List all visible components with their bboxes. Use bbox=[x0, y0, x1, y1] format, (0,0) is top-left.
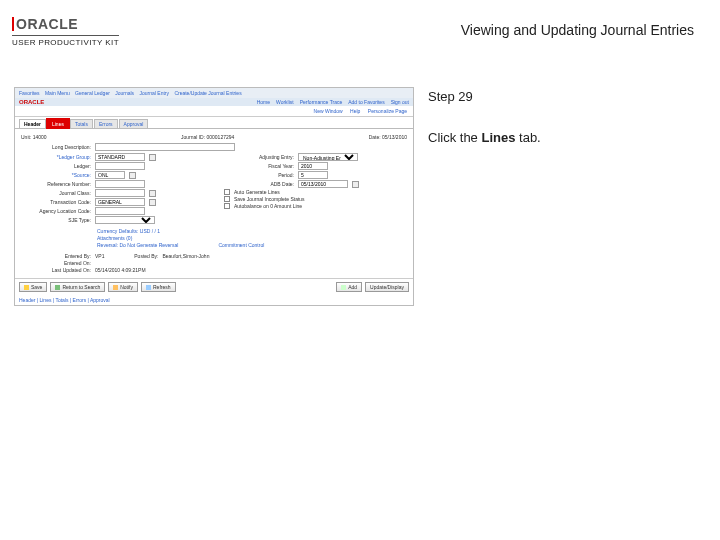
fy-input[interactable] bbox=[298, 162, 328, 170]
add-button[interactable]: Add bbox=[336, 282, 362, 292]
entered-by-label: Entered By: bbox=[21, 253, 91, 259]
oracle-app-window: Favorites Main Menu General Ledger Journ… bbox=[14, 87, 414, 306]
tab-totals[interactable]: Totals bbox=[70, 119, 93, 128]
app-brand-row: ORACLE Home Worklist Performance Trace A… bbox=[15, 98, 413, 106]
adj-entry-label: Adjusting Entry: bbox=[224, 154, 294, 160]
link-reversal[interactable]: Reversal: Do Not Generate Reversal bbox=[97, 242, 178, 248]
app-screenshot-pane: Favorites Main Menu General Ledger Journ… bbox=[14, 87, 414, 306]
link-currency-defaults[interactable]: Currency Defaults: USD / / 1 bbox=[97, 228, 407, 234]
top-menu-worklist[interactable]: Worklist bbox=[276, 99, 294, 105]
add-icon bbox=[341, 285, 346, 290]
sje-select[interactable] bbox=[95, 216, 155, 224]
savejinc-label: Save Journal Incomplete Status bbox=[234, 196, 305, 202]
autogen-label: Auto Generate Lines bbox=[234, 189, 280, 195]
refresh-icon bbox=[146, 285, 151, 290]
last-updated-label: Last Updated On: bbox=[21, 267, 91, 273]
refresh-button-label: Refresh bbox=[153, 284, 171, 290]
source-input[interactable] bbox=[95, 171, 125, 179]
app-subheader-links: New Window Help Personalize Page bbox=[15, 106, 413, 117]
app-top-menu: Home Worklist Performance Trace Add to F… bbox=[257, 99, 409, 105]
return-icon bbox=[55, 285, 60, 290]
footer-buttons: Save Return to Search Notify Refresh Add… bbox=[15, 278, 413, 295]
link-personalize[interactable]: Personalize Page bbox=[368, 108, 407, 114]
logo-bar-icon bbox=[12, 17, 14, 31]
adb-input[interactable] bbox=[298, 180, 348, 188]
refresh-button[interactable]: Refresh bbox=[141, 282, 176, 292]
notify-button[interactable]: Notify bbox=[108, 282, 138, 292]
page-header: ORACLE USER PRODUCTIVITY KIT Viewing and… bbox=[0, 0, 720, 47]
link-new-window[interactable]: New Window bbox=[314, 108, 343, 114]
unit-value: 14000 bbox=[33, 134, 47, 140]
journal-class-input[interactable] bbox=[95, 189, 145, 197]
return-button[interactable]: Return to Search bbox=[50, 282, 105, 292]
breadcrumb-item[interactable]: Main Menu bbox=[45, 90, 70, 96]
tcode-input[interactable] bbox=[95, 198, 145, 206]
refno-input[interactable] bbox=[95, 180, 145, 188]
tab-errors[interactable]: Errors bbox=[94, 119, 118, 128]
date-label: Date: bbox=[369, 134, 381, 140]
link-commitment-control[interactable]: Commitment Control bbox=[218, 242, 264, 248]
autobal-checkbox[interactable] bbox=[224, 203, 230, 209]
long-desc-input[interactable] bbox=[95, 143, 235, 151]
adj-entry-select[interactable]: Non-Adjusting Entry bbox=[298, 153, 358, 161]
journal-id-label: Journal ID: bbox=[181, 134, 205, 140]
save-icon bbox=[24, 285, 29, 290]
link-attachments[interactable]: Attachments (0) bbox=[97, 235, 407, 241]
top-menu-fav[interactable]: Add to Favorites bbox=[348, 99, 384, 105]
entered-on-label: Entered On: bbox=[21, 260, 91, 266]
savejinc-checkbox[interactable] bbox=[224, 196, 230, 202]
posted-by-value: Beaufort,Simon-John bbox=[162, 253, 209, 259]
autogen-checkbox[interactable] bbox=[224, 189, 230, 195]
update-display-button[interactable]: Update/Display bbox=[365, 282, 409, 292]
breadcrumb: Favorites Main Menu General Ledger Journ… bbox=[15, 88, 413, 98]
unit-label: Unit: bbox=[21, 134, 31, 140]
instruction-text: Click the Lines tab. bbox=[428, 130, 706, 145]
oracle-logo: ORACLE bbox=[12, 16, 119, 32]
period-input[interactable] bbox=[298, 171, 328, 179]
lookup-icon[interactable] bbox=[149, 199, 156, 206]
lookup-icon[interactable] bbox=[149, 190, 156, 197]
tab-lines[interactable]: Lines bbox=[47, 119, 69, 128]
date-value: 05/13/2010 bbox=[382, 134, 407, 140]
agency-input[interactable] bbox=[95, 207, 145, 215]
ledger-label: Ledger: bbox=[21, 163, 91, 169]
add-button-label: Add bbox=[348, 284, 357, 290]
return-button-label: Return to Search bbox=[62, 284, 100, 290]
top-menu-home[interactable]: Home bbox=[257, 99, 270, 105]
sje-label: SJE Type: bbox=[21, 217, 91, 223]
posted-by-label: Posted By: bbox=[108, 253, 158, 259]
breadcrumb-item[interactable]: Journal Entry bbox=[140, 90, 169, 96]
save-button[interactable]: Save bbox=[19, 282, 47, 292]
last-updated-value: 05/14/2010 4:09:21PM bbox=[95, 267, 146, 273]
app-logo: ORACLE bbox=[19, 99, 44, 105]
tab-header[interactable]: Header bbox=[19, 119, 46, 128]
breadcrumb-item[interactable]: Journals bbox=[115, 90, 134, 96]
update-display-label: Update/Display bbox=[370, 284, 404, 290]
breadcrumb-item[interactable]: Favorites bbox=[19, 90, 40, 96]
form-area: Unit: 14000 Journal ID: 0000127294 Date:… bbox=[15, 128, 413, 278]
breadcrumb-item[interactable]: General Ledger bbox=[75, 90, 110, 96]
lookup-icon[interactable] bbox=[129, 172, 136, 179]
top-menu-perf[interactable]: Performance Trace bbox=[300, 99, 343, 105]
ledger-group-label: *Ledger Group: bbox=[21, 154, 91, 160]
ledger-input[interactable] bbox=[95, 162, 145, 170]
form-links: Currency Defaults: USD / / 1 Attachments… bbox=[21, 225, 407, 251]
tab-approval[interactable]: Approval bbox=[119, 119, 149, 128]
lookup-icon[interactable] bbox=[149, 154, 156, 161]
journal-class-label: Journal Class: bbox=[21, 190, 91, 196]
ledger-group-input[interactable] bbox=[95, 153, 145, 161]
instructions-pane: Step 29 Click the Lines tab. bbox=[428, 87, 706, 306]
notify-icon bbox=[113, 285, 118, 290]
journal-id-value: 0000127294 bbox=[206, 134, 234, 140]
breadcrumb-item[interactable]: Create/Update Journal Entries bbox=[174, 90, 241, 96]
calendar-icon[interactable] bbox=[352, 181, 359, 188]
document-title: Viewing and Updating Journal Entries bbox=[461, 10, 708, 38]
instruction-bold: Lines bbox=[481, 130, 515, 145]
adb-label: ADB Date: bbox=[224, 181, 294, 187]
long-desc-label: Long Description: bbox=[21, 144, 91, 150]
tcode-label: Transaction Code: bbox=[21, 199, 91, 205]
footer-tab-links[interactable]: Header | Lines | Totals | Errors | Appro… bbox=[15, 295, 413, 305]
instruction-suffix: tab. bbox=[515, 130, 540, 145]
link-help[interactable]: Help bbox=[350, 108, 360, 114]
top-menu-signout[interactable]: Sign out bbox=[391, 99, 409, 105]
